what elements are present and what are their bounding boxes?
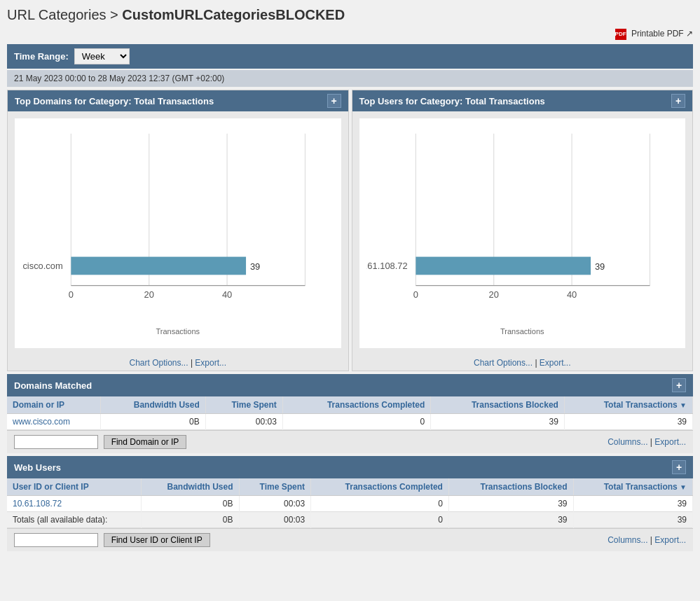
users-col-userid[interactable]: User ID or Client IP — [7, 478, 141, 496]
page-wrapper: URL Categories > CustomURLCategoriesBLOC… — [0, 0, 700, 601]
svg-text:40: 40 — [222, 289, 232, 300]
date-range-text: 21 May 2023 00:00 to 28 May 2023 12:37 (… — [14, 74, 224, 83]
totals-label-cell: Totals (all available data): — [7, 512, 141, 528]
time-range-select[interactable]: Week Day Month Year Custom — [74, 48, 130, 64]
users-find-button[interactable]: Find User ID or Client IP — [104, 533, 210, 547]
domains-col-tx-total[interactable]: Total Transactions ▼ — [564, 396, 692, 414]
svg-text:20: 20 — [144, 289, 154, 300]
title-bold: CustomURLCategoriesBLOCKED — [122, 7, 345, 22]
domains-expand-button[interactable]: + — [672, 378, 686, 392]
page-title: URL Categories > CustomURLCategoriesBLOC… — [7, 7, 693, 23]
svg-text:39: 39 — [594, 261, 604, 272]
domains-section: Domains Matched + Domain or IP Bandwidth… — [7, 374, 693, 453]
users-col-tx-completed[interactable]: Transactions Completed — [311, 478, 449, 496]
top-domains-export-link[interactable]: Export... — [195, 358, 226, 368]
domains-find-button[interactable]: Find Domain or IP — [104, 435, 187, 449]
domains-col-tx-completed[interactable]: Transactions Completed — [282, 396, 430, 414]
web-users-section-title: Web Users — [14, 462, 61, 473]
svg-text:0: 0 — [69, 289, 74, 300]
totals-bandwidth-cell: 0B — [141, 512, 239, 528]
bandwidth-cell: 0B — [100, 414, 205, 430]
users-col-tx-blocked[interactable]: Transactions Blocked — [448, 478, 573, 496]
totals-tx-completed-cell: 0 — [311, 512, 449, 528]
top-domains-chart-options-link[interactable]: Chart Options... — [129, 358, 188, 368]
sort-arrow-icon: ▼ — [680, 483, 687, 491]
users-find-input[interactable] — [14, 533, 98, 547]
tx-completed-cell: 0 — [282, 414, 430, 430]
user-tx-blocked-cell: 39 — [448, 496, 573, 512]
external-link-icon: ↗ — [686, 29, 693, 39]
tx-blocked-cell: 39 — [431, 414, 565, 430]
toolbar: Time Range: Week Day Month Year Custom — [7, 44, 693, 69]
sort-arrow-icon: ▼ — [680, 401, 687, 409]
totals-row: Totals (all available data): 0B 00:03 0 … — [7, 512, 693, 528]
svg-text:20: 20 — [488, 289, 498, 300]
date-range-bar: 21 May 2023 00:00 to 28 May 2023 12:37 (… — [7, 70, 693, 87]
table-row: 10.61.108.72 0B 00:03 0 39 39 — [7, 496, 693, 512]
top-domains-expand-button[interactable]: + — [327, 94, 341, 108]
svg-text:39: 39 — [250, 261, 260, 272]
users-col-bandwidth[interactable]: Bandwidth Used — [141, 478, 239, 496]
domain-link[interactable]: www.cisco.com — [13, 417, 70, 427]
top-domains-options: Chart Options... | Export... — [8, 355, 348, 371]
title-prefix: URL Categories > — [7, 7, 122, 22]
domains-export-link[interactable]: Export... — [654, 437, 686, 447]
users-export-link[interactable]: Export... — [654, 535, 686, 545]
users-footer-right: Columns... | Export... — [608, 535, 686, 545]
user-time-spent-cell: 00:03 — [239, 496, 311, 512]
printable-pdf-link[interactable]: PDF Printable PDF ↗ — [615, 29, 693, 39]
domains-find-input[interactable] — [14, 435, 98, 449]
userid-cell: 10.61.108.72 — [7, 496, 141, 512]
top-domains-chart-area: www.cisco.com 39 0 20 40 Transactions — [15, 118, 341, 348]
users-columns-link[interactable]: Columns... — [608, 535, 647, 545]
svg-text:www.cisco.com: www.cisco.com — [22, 261, 63, 271]
svg-text:10.61.108.72: 10.61.108.72 — [366, 261, 408, 271]
totals-tx-blocked-cell: 39 — [448, 512, 573, 528]
pdf-icon: PDF — [615, 29, 626, 40]
user-bandwidth-cell: 0B — [141, 496, 239, 512]
domains-footer-right: Columns... | Export... — [608, 437, 686, 447]
domains-columns-link[interactable]: Columns... — [608, 437, 647, 447]
printable-pdf-container: PDF Printable PDF ↗ — [7, 29, 693, 40]
userid-link[interactable]: 10.61.108.72 — [13, 499, 62, 509]
svg-rect-5 — [71, 257, 246, 275]
domains-table-footer: Find Domain or IP Columns... | Export... — [7, 430, 693, 453]
user-tx-total-cell: 39 — [573, 496, 692, 512]
domains-col-bandwidth[interactable]: Bandwidth Used — [100, 396, 205, 414]
top-users-expand-button[interactable]: + — [671, 94, 685, 108]
user-tx-completed-cell: 0 — [311, 496, 449, 512]
domains-section-header: Domains Matched + — [7, 374, 693, 396]
web-users-section-header: Web Users + — [7, 456, 693, 478]
domains-table-header-row: Domain or IP Bandwidth Used Time Spent T… — [7, 396, 693, 414]
top-domains-panel: Top Domains for Category: Total Transact… — [7, 90, 349, 371]
top-users-header: Top Users for Category: Total Transactio… — [352, 90, 693, 111]
domains-col-domain[interactable]: Domain or IP — [7, 396, 100, 414]
users-col-tx-total[interactable]: Total Transactions ▼ — [573, 478, 692, 496]
totals-time-spent-cell: 00:03 — [239, 512, 311, 528]
users-find-container: Find User ID or Client IP — [14, 533, 210, 547]
top-users-export-link[interactable]: Export... — [540, 358, 571, 368]
top-domains-svg: www.cisco.com 39 0 20 40 — [22, 125, 334, 322]
printable-pdf-label: Printable PDF — [631, 29, 684, 39]
top-users-options: Chart Options... | Export... — [352, 355, 693, 371]
top-domains-title: Top Domains for Category: Total Transact… — [15, 96, 214, 106]
top-users-svg: 10.61.108.72 39 0 20 40 — [366, 125, 679, 322]
users-col-time[interactable]: Time Spent — [239, 478, 311, 496]
domains-col-tx-blocked[interactable]: Transactions Blocked — [431, 396, 565, 414]
top-domains-x-label: Transactions — [22, 324, 334, 341]
top-users-x-label: Transactions — [366, 324, 679, 341]
top-users-panel: Top Users for Category: Total Transactio… — [352, 90, 694, 371]
domain-cell: www.cisco.com — [7, 414, 100, 430]
time-spent-cell: 00:03 — [205, 414, 282, 430]
domains-table: Domain or IP Bandwidth Used Time Spent T… — [7, 396, 693, 430]
web-users-table: User ID or Client IP Bandwidth Used Time… — [7, 478, 693, 528]
domains-find-container: Find Domain or IP — [14, 435, 186, 449]
web-users-expand-button[interactable]: + — [672, 460, 686, 474]
time-range-label: Time Range: — [14, 51, 69, 62]
top-users-chart-area: 10.61.108.72 39 0 20 40 Transactions — [359, 118, 686, 348]
web-users-table-header-row: User ID or Client IP Bandwidth Used Time… — [7, 478, 693, 496]
top-users-chart-options-link[interactable]: Chart Options... — [474, 358, 533, 368]
domains-col-time[interactable]: Time Spent — [205, 396, 282, 414]
tx-total-cell: 39 — [564, 414, 692, 430]
svg-rect-16 — [416, 257, 591, 275]
